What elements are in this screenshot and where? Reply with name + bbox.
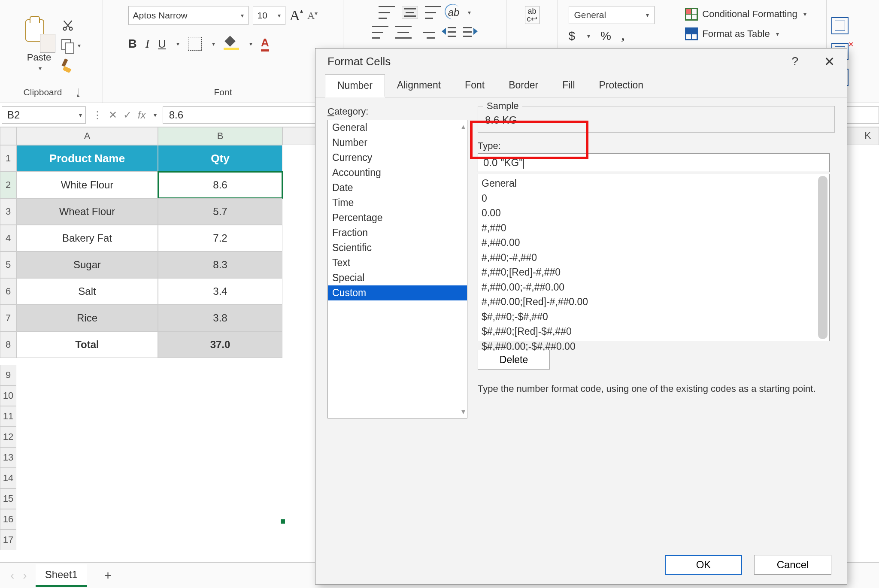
wrap-text-button[interactable]: abc↩ bbox=[525, 6, 540, 24]
dialog-tab-fill[interactable]: Fill bbox=[550, 74, 587, 97]
chevron-down-icon[interactable]: ▾ bbox=[468, 9, 471, 16]
category-item[interactable]: Accounting bbox=[328, 165, 467, 180]
row-header[interactable]: 13 bbox=[0, 447, 16, 468]
cut-button[interactable] bbox=[60, 18, 76, 34]
chevron-down-icon[interactable]: ▾ bbox=[78, 42, 81, 49]
dialog-help-button[interactable]: ? bbox=[791, 55, 798, 68]
cell-product[interactable]: Total bbox=[16, 331, 158, 358]
more-options-icon[interactable]: ⋮ bbox=[92, 109, 103, 121]
row-header[interactable]: 16 bbox=[0, 509, 16, 530]
column-header-B[interactable]: B bbox=[158, 127, 282, 145]
table-header-product[interactable]: Product Name bbox=[16, 145, 158, 172]
conditional-formatting-button[interactable]: Conditional Formatting ▾ bbox=[682, 6, 809, 22]
type-list-item[interactable]: #,##0.00;-#,##0.00 bbox=[482, 280, 826, 295]
type-list-item[interactable]: #,##0;-#,##0 bbox=[482, 250, 826, 265]
type-list-item[interactable]: $#,##0;[Red]-$#,##0 bbox=[482, 324, 826, 339]
row-header[interactable]: 11 bbox=[0, 406, 16, 427]
percent-format-button[interactable]: % bbox=[600, 29, 611, 43]
format-as-table-button[interactable]: Format as Table ▾ bbox=[682, 26, 782, 42]
row-header[interactable]: 7 bbox=[0, 305, 16, 331]
column-header-A[interactable]: A bbox=[16, 127, 158, 145]
underline-button[interactable]: U bbox=[158, 37, 166, 51]
category-list[interactable]: ▴ ▾ GeneralNumberCurrencyAccountingDateT… bbox=[327, 120, 467, 418]
cell-product[interactable]: White Flour bbox=[16, 172, 158, 198]
type-input[interactable]: 0.0 "KG" bbox=[478, 153, 830, 172]
increase-font-button[interactable]: A▴ bbox=[290, 7, 303, 24]
side-button-1[interactable] bbox=[831, 17, 849, 34]
accounting-format-button[interactable]: $ bbox=[569, 29, 576, 43]
row-header[interactable]: 6 bbox=[0, 278, 16, 305]
category-item[interactable]: Text bbox=[328, 255, 467, 270]
type-format-list[interactable]: General00.00#,##0#,##0.00#,##0;-#,##0#,#… bbox=[478, 174, 830, 341]
type-list-item[interactable]: #,##0 bbox=[482, 221, 826, 236]
row-header[interactable]: 12 bbox=[0, 427, 16, 447]
type-list-item[interactable]: $#,##0.00;-$#,##0.00 bbox=[482, 339, 826, 354]
category-item[interactable]: Time bbox=[328, 195, 467, 210]
cell-qty[interactable]: 7.2 bbox=[158, 225, 282, 252]
bold-button[interactable]: B bbox=[128, 37, 137, 51]
cell-qty[interactable]: 8.3 bbox=[158, 252, 282, 278]
chevron-down-icon[interactable]: ▾ bbox=[587, 33, 590, 39]
align-center-button[interactable] bbox=[395, 26, 412, 39]
table-header-qty[interactable]: Qty bbox=[158, 145, 282, 172]
dialog-tab-font[interactable]: Font bbox=[453, 74, 497, 97]
chevron-down-icon[interactable]: ▾ bbox=[176, 40, 179, 47]
font-name-select[interactable]: Aptos Narrow▾ bbox=[128, 6, 249, 25]
borders-button[interactable] bbox=[188, 37, 202, 51]
category-item[interactable]: Date bbox=[328, 180, 467, 195]
category-item[interactable]: Number bbox=[328, 135, 467, 150]
cell-qty[interactable]: 3.4 bbox=[158, 278, 282, 305]
row-header[interactable]: 5 bbox=[0, 252, 16, 278]
type-list-item[interactable]: $#,##0;-$#,##0 bbox=[482, 309, 826, 324]
fx-label[interactable]: fx bbox=[138, 109, 146, 121]
category-item[interactable]: Scientific bbox=[328, 240, 467, 255]
fill-color-button[interactable] bbox=[224, 37, 239, 50]
category-item[interactable]: General bbox=[328, 120, 467, 135]
row-header[interactable]: 2 bbox=[0, 172, 16, 198]
italic-button[interactable]: I bbox=[145, 37, 149, 51]
type-list-item[interactable]: #,##0.00;[Red]-#,##0.00 bbox=[482, 294, 826, 309]
chevron-down-icon[interactable]: ▾ bbox=[79, 112, 82, 118]
copy-button[interactable] bbox=[60, 37, 76, 54]
font-size-select[interactable]: 10▾ bbox=[253, 6, 285, 25]
decrease-font-button[interactable]: A▾ bbox=[307, 10, 318, 21]
type-list-item[interactable]: #,##0.00 bbox=[482, 235, 826, 250]
name-box[interactable]: B2 ▾ bbox=[2, 106, 86, 124]
dialog-launcher-icon[interactable] bbox=[71, 88, 79, 96]
comma-format-button[interactable]: , bbox=[621, 29, 624, 43]
row-header[interactable]: 17 bbox=[0, 530, 16, 550]
dialog-close-button[interactable]: ✕ bbox=[824, 54, 835, 69]
cell-product[interactable]: Salt bbox=[16, 278, 158, 305]
align-bottom-button[interactable] bbox=[425, 6, 441, 19]
type-list-item[interactable]: 0.00 bbox=[482, 206, 826, 221]
orientation-button[interactable]: ab bbox=[448, 6, 460, 18]
align-left-button[interactable] bbox=[372, 26, 388, 39]
select-all-corner[interactable] bbox=[0, 127, 16, 145]
row-header[interactable]: 14 bbox=[0, 468, 16, 488]
decrease-indent-button[interactable] bbox=[442, 26, 456, 38]
ok-button[interactable]: OK bbox=[665, 555, 742, 575]
chevron-down-icon[interactable]: ▾ bbox=[249, 40, 252, 47]
cell-qty[interactable]: 8.6 bbox=[158, 172, 282, 198]
category-item[interactable]: Percentage bbox=[328, 210, 467, 225]
dialog-tab-border[interactable]: Border bbox=[497, 74, 550, 97]
accept-formula-button[interactable]: ✓ bbox=[123, 109, 132, 121]
cell-product[interactable]: Wheat Flour bbox=[16, 198, 158, 225]
increase-indent-button[interactable] bbox=[463, 26, 478, 38]
font-color-button[interactable]: A bbox=[261, 36, 269, 52]
cell-product[interactable]: Sugar bbox=[16, 252, 158, 278]
type-list-item[interactable]: 0 bbox=[482, 191, 826, 206]
format-painter-button[interactable] bbox=[60, 57, 76, 73]
row-header[interactable]: 3 bbox=[0, 198, 16, 225]
type-list-item[interactable]: #,##0;[Red]-#,##0 bbox=[482, 265, 826, 280]
align-middle-button[interactable] bbox=[402, 6, 418, 19]
row-header[interactable]: 10 bbox=[0, 385, 16, 406]
cell-qty[interactable]: 37.0 bbox=[158, 331, 282, 358]
cancel-button[interactable]: Cancel bbox=[754, 555, 831, 575]
cancel-formula-button[interactable]: ✕ bbox=[109, 109, 117, 121]
chevron-down-icon[interactable]: ▾ bbox=[154, 112, 157, 118]
category-item[interactable]: Currency bbox=[328, 150, 467, 165]
sheet-nav-prev[interactable]: ‹ bbox=[10, 569, 14, 582]
scroll-up-icon[interactable]: ▴ bbox=[461, 122, 465, 131]
sheet-nav-next[interactable]: › bbox=[23, 569, 27, 582]
